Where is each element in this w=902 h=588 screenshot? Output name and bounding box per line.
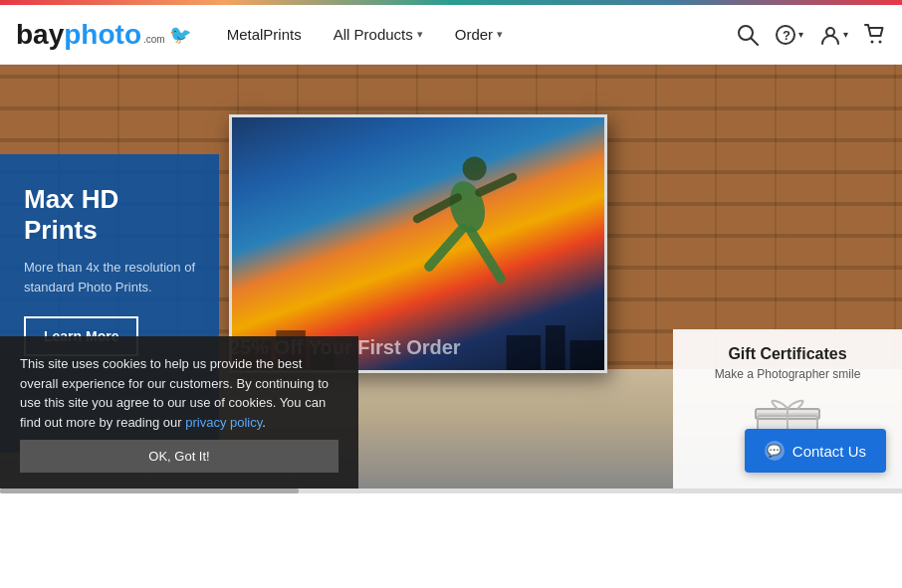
cart-button[interactable] <box>864 24 886 46</box>
chat-icon: 💬 <box>765 441 785 461</box>
hero-section: Max HD Prints More than 4x the resolutio… <box>0 65 902 489</box>
svg-line-9 <box>429 229 463 267</box>
allproducts-chevron-icon: ▾ <box>417 28 423 41</box>
hero-title: Max HD Prints <box>24 184 195 246</box>
order-chevron-icon: ▾ <box>497 28 503 41</box>
account-button[interactable]: ▾ <box>819 24 848 46</box>
svg-text:?: ? <box>783 28 790 43</box>
svg-rect-16 <box>507 335 541 370</box>
svg-rect-18 <box>570 340 604 370</box>
svg-line-12 <box>479 177 513 193</box>
help-button[interactable]: ? ▾ <box>775 24 803 46</box>
nav-item-allproducts[interactable]: All Products ▾ <box>322 18 435 51</box>
account-chevron-icon: ▾ <box>843 29 848 40</box>
metal-print-image <box>232 117 604 370</box>
nav-item-order[interactable]: Order ▾ <box>443 18 515 51</box>
svg-point-4 <box>826 28 834 36</box>
metal-print-display <box>229 114 607 373</box>
svg-line-1 <box>752 38 759 45</box>
hero-subtitle: More than 4x the resolution of standard … <box>24 258 195 296</box>
nav-item-metalprints[interactable]: MetalPrints <box>215 18 314 51</box>
contact-us-button[interactable]: 💬 Contact Us <box>745 429 886 473</box>
svg-point-7 <box>463 157 487 181</box>
cookie-text: This site uses cookies to help us provid… <box>20 354 338 432</box>
logo[interactable]: bayphoto .com 🐦 <box>16 21 191 49</box>
header: bayphoto .com 🐦 MetalPrints All Products… <box>0 5 902 65</box>
logo-bird-icon: 🐦 <box>169 24 191 46</box>
svg-point-5 <box>871 40 874 43</box>
logo-dotcom: .com <box>143 34 165 45</box>
search-button[interactable] <box>737 24 759 46</box>
header-icons: ? ▾ ▾ <box>737 24 886 46</box>
svg-rect-17 <box>546 325 565 370</box>
jumper-figure <box>405 147 525 326</box>
horizontal-scrollbar[interactable] <box>0 489 902 493</box>
svg-line-10 <box>471 231 501 279</box>
privacy-policy-link[interactable]: privacy policy <box>185 415 262 430</box>
main-nav: MetalPrints All Products ▾ Order ▾ <box>215 18 737 51</box>
cookie-ok-button[interactable]: OK, Got It! <box>20 440 338 473</box>
gift-panel-subtitle: Make a Photographer smile <box>715 367 861 381</box>
logo-text: bayphoto <box>16 21 141 49</box>
gift-panel-title: Gift Certificates <box>728 345 846 363</box>
scrollbar-thumb[interactable] <box>0 489 299 493</box>
help-chevron-icon: ▾ <box>798 29 803 40</box>
svg-point-6 <box>879 40 882 43</box>
cookie-banner: This site uses cookies to help us provid… <box>0 336 358 489</box>
